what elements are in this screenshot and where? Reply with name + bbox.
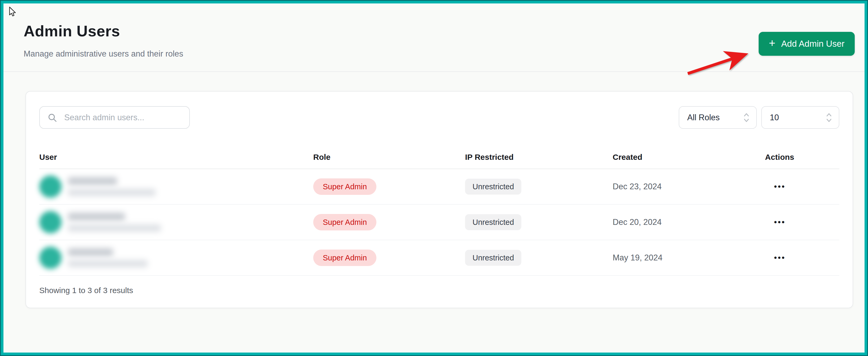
user-email-redacted (68, 189, 156, 196)
admin-users-card: All Roles 10 User Role IP Restricted (26, 91, 853, 308)
search-field (39, 106, 190, 129)
user-name-redacted (68, 248, 113, 256)
results-summary: Showing 1 to 3 of 3 results (26, 276, 852, 295)
user-cell (39, 247, 313, 269)
ip-restricted-badge: Unrestricted (465, 214, 521, 230)
column-header-ip-restricted: IP Restricted (465, 153, 613, 162)
user-identity-redacted (68, 213, 161, 232)
page-size-select[interactable]: 10 (761, 106, 839, 129)
ip-restricted-badge: Unrestricted (465, 179, 521, 195)
user-cell (39, 176, 313, 198)
user-identity-redacted (68, 177, 156, 196)
chevron-up-down-icon (742, 112, 750, 123)
user-name-redacted (68, 177, 117, 185)
role-filter-value: All Roles (687, 113, 720, 122)
table-row: Super Admin Unrestricted May 19, 2024 ••… (39, 240, 839, 276)
page-subtitle: Manage administrative users and their ro… (24, 49, 183, 59)
role-filter-select[interactable]: All Roles (679, 106, 757, 129)
user-name-redacted (68, 213, 125, 220)
created-date: Dec 20, 2024 (613, 217, 765, 227)
row-actions-menu-button[interactable]: ••• (769, 180, 791, 193)
page-header: Admin Users Manage administrative users … (3, 3, 865, 72)
avatar (39, 247, 62, 269)
annotation-arrow-icon (678, 43, 763, 83)
avatar (39, 176, 62, 198)
role-badge: Super Admin (313, 178, 376, 195)
chevron-up-down-icon (825, 112, 833, 123)
search-icon (47, 113, 57, 123)
column-header-role: Role (313, 153, 465, 162)
user-identity-redacted (68, 248, 148, 267)
user-cell (39, 211, 313, 233)
created-date: May 19, 2024 (613, 253, 765, 263)
add-admin-user-label: Add Admin User (781, 39, 844, 49)
table-toolbar: All Roles 10 (26, 92, 852, 129)
add-admin-user-button[interactable]: + Add Admin User (758, 32, 855, 56)
admin-users-table: User Role IP Restricted Created Actions … (26, 129, 852, 276)
created-date: Dec 23, 2024 (613, 182, 765, 191)
page-size-value: 10 (770, 113, 779, 122)
table-row: Super Admin Unrestricted Dec 20, 2024 ••… (39, 205, 839, 240)
user-email-redacted (68, 224, 161, 232)
user-email-redacted (68, 260, 148, 267)
filter-controls: All Roles 10 (679, 106, 839, 129)
role-badge: Super Admin (313, 249, 376, 266)
role-badge: Super Admin (313, 214, 376, 231)
table-header-row: User Role IP Restricted Created Actions (39, 129, 839, 169)
mouse-cursor-icon (8, 6, 19, 17)
avatar (39, 211, 62, 233)
row-actions-menu-button[interactable]: ••• (769, 215, 791, 229)
plus-icon: + (769, 38, 776, 49)
search-input[interactable] (39, 106, 190, 129)
table-row: Super Admin Unrestricted Dec 23, 2024 ••… (39, 169, 839, 205)
app-window: Admin Users Manage administrative users … (1, 1, 867, 355)
column-header-created: Created (613, 153, 765, 162)
page-title: Admin Users (24, 22, 120, 40)
row-actions-menu-button[interactable]: ••• (769, 251, 791, 264)
column-header-actions: Actions (765, 153, 839, 162)
ip-restricted-badge: Unrestricted (465, 250, 521, 266)
column-header-user: User (39, 153, 313, 162)
